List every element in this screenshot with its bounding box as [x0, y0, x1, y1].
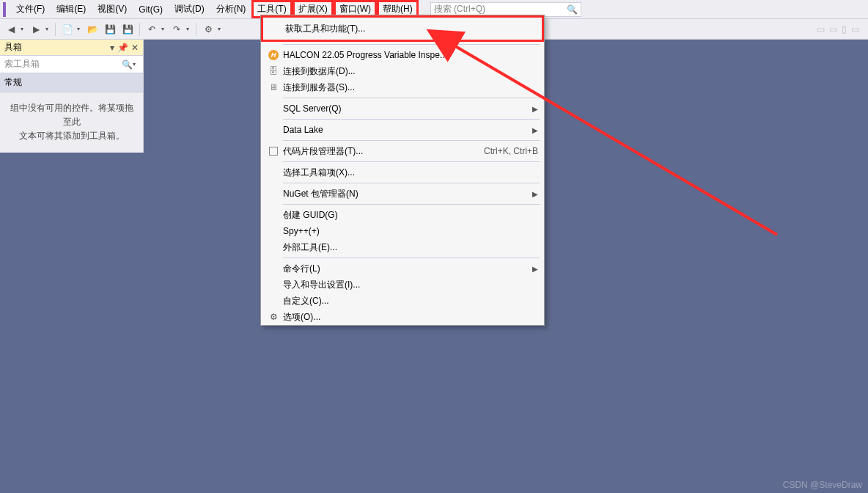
search-placeholder: 搜索 (Ctrl+Q) [434, 3, 485, 15]
submenu-arrow-icon: ▶ [532, 126, 538, 134]
right-toolbar-icons: ▭ ▭ ▯ ▭ [817, 24, 865, 34]
pin-icon[interactable]: 📌 [117, 43, 128, 53]
separator [139, 23, 140, 36]
build-config-button[interactable]: ⚙ [200, 21, 216, 37]
menu-external-tools[interactable]: 外部工具(E)... [261, 239, 544, 255]
menu-snippets[interactable]: 代码片段管理器(T)... Ctrl+K, Ctrl+B [261, 143, 544, 159]
redo-button[interactable]: ↷ [169, 21, 185, 37]
toolbox-search-input[interactable]: 索工具箱 🔍▾ [0, 56, 143, 73]
menu-analyze[interactable]: 分析(N) [210, 0, 252, 18]
menu-connect-db[interactable]: 🗄 连接到数据库(D)... [261, 63, 544, 79]
menu-halcon[interactable]: H HALCON 22.05 Progress Variable Inspe..… [261, 47, 544, 63]
menu-nuget[interactable]: NuGet 包管理器(N) ▶ [261, 186, 544, 202]
gear-icon [264, 312, 283, 322]
toolbox-empty-text: 组中没有可用的控件。将某项拖至此 文本可将其添加到工具箱。 [0, 92, 143, 153]
new-file-button[interactable]: 📄 [59, 21, 76, 37]
nav-back-button[interactable]: ◀ [3, 21, 19, 37]
faded-icon: ▯ [842, 24, 847, 34]
watermark: CSDN @SteveDraw [783, 480, 862, 490]
search-icon: 🔍 [122, 59, 133, 70]
undo-button[interactable]: ↶ [144, 21, 160, 37]
save-button[interactable]: 💾 [102, 21, 118, 37]
dropdown-icon[interactable]: ▾ [110, 43, 114, 53]
faded-icon: ▭ [829, 24, 837, 34]
save-all-button[interactable]: 💾 [119, 21, 136, 37]
open-file-button[interactable]: 📂 [84, 21, 100, 37]
database-icon: 🗄 [264, 66, 283, 76]
menu-import-export[interactable]: 导入和导出设置(I)... [261, 277, 544, 293]
dropdown-icon: ▾ [45, 26, 51, 32]
submenu-arrow-icon: ▶ [532, 265, 538, 273]
toolbox-panel: 具箱 ▾ 📌 ✕ 索工具箱 🔍▾ 常规 组中没有可用的控件。将某项拖至此 文本可… [0, 40, 144, 153]
submenu-arrow-icon: ▶ [532, 190, 538, 198]
menu-sql-server[interactable]: SQL Server(Q) ▶ [261, 101, 544, 117]
menu-customize[interactable]: 自定义(C)... [261, 293, 544, 309]
menu-create-guid[interactable]: 创建 GUID(G) [261, 207, 544, 223]
toolbox-title-bar[interactable]: 具箱 ▾ 📌 ✕ [0, 40, 143, 56]
separator [55, 23, 56, 36]
vs-accent-icon [3, 2, 6, 17]
menu-git[interactable]: Git(G) [133, 1, 169, 18]
menu-command-line[interactable]: 命令行(L) ▶ [261, 260, 544, 277]
menu-connect-server[interactable]: 🖥 连接到服务器(S)... [261, 79, 544, 95]
toolbox-title: 具箱 [4, 41, 22, 54]
dropdown-icon: ▾ [21, 26, 26, 32]
submenu-arrow-icon: ▶ [532, 105, 538, 113]
menu-file[interactable]: 文件(F) [10, 0, 51, 18]
toolbox-search-placeholder: 索工具箱 [4, 58, 40, 70]
toolbox-category[interactable]: 常规 [0, 73, 143, 92]
server-icon: 🖥 [264, 82, 283, 92]
menu-options[interactable]: 选项(O)... [261, 309, 544, 325]
search-icon: 🔍 [567, 4, 578, 15]
menu-view[interactable]: 视图(V) [92, 0, 133, 18]
halcon-icon: H [268, 50, 279, 60]
faded-icon: ▭ [851, 24, 859, 34]
menu-choose-toolbox[interactable]: 选择工具箱项(X)... [261, 164, 544, 180]
nav-fwd-button[interactable]: ▶ [28, 21, 44, 37]
menu-get-tools[interactable]: 获取工具和功能(T)... [263, 21, 542, 37]
menu-spy[interactable]: Spy++(+) [261, 223, 544, 239]
menu-data-lake[interactable]: Data Lake ▶ [261, 122, 544, 138]
menu-debug[interactable]: 调试(D) [169, 0, 210, 18]
checkbox-icon [269, 147, 278, 156]
faded-icon: ▭ [817, 24, 825, 34]
menu-edit[interactable]: 编辑(E) [51, 0, 92, 18]
separator [196, 23, 196, 36]
close-icon[interactable]: ✕ [131, 43, 139, 53]
tools-dropdown: 获取工具和功能(T)... H HALCON 22.05 Progress Va… [260, 15, 545, 326]
